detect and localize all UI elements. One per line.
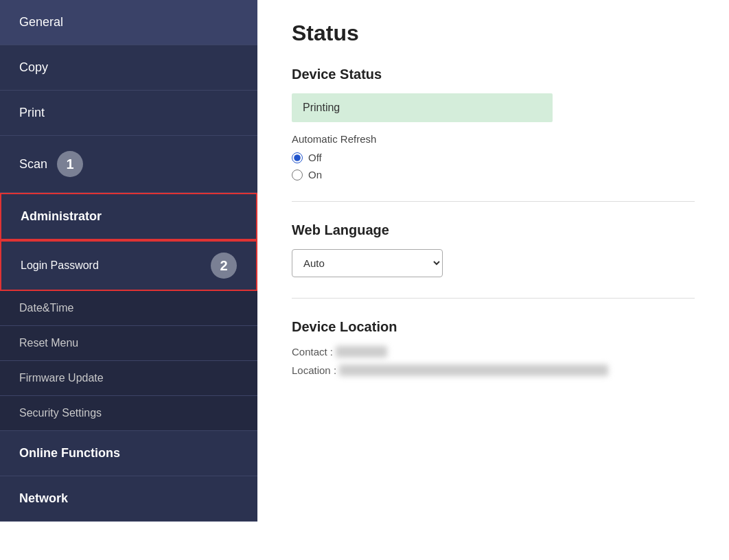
submenu-date-time-label: Date&Time [19, 302, 73, 314]
contact-value [336, 346, 387, 358]
sidebar-item-print[interactable]: Print [0, 91, 257, 136]
sidebar-item-scan-label: Scan [19, 157, 47, 172]
location-label: Location : [292, 364, 336, 376]
login-password-badge: 2 [211, 253, 237, 279]
submenu-date-time[interactable]: Date&Time [0, 291, 257, 326]
location-row: Location : [292, 364, 695, 376]
device-location-section: Device Location Contact : Location : [292, 319, 695, 404]
refresh-off-radio[interactable] [292, 152, 303, 163]
refresh-off-option[interactable]: Off [292, 152, 695, 163]
location-value [339, 364, 608, 376]
sidebar-item-online-functions[interactable]: Online Functions [0, 431, 257, 476]
sidebar: General Copy Print Scan 1 Administrator … [0, 0, 257, 560]
sidebar-item-general-label: General [19, 15, 63, 29]
web-language-select[interactable]: Auto English French German Spanish [292, 249, 443, 277]
sidebar-item-online-functions-label: Online Functions [19, 446, 120, 460]
sidebar-item-general[interactable]: General [0, 0, 257, 45]
sidebar-item-copy[interactable]: Copy [0, 45, 257, 91]
automatic-refresh-label: Automatic Refresh [292, 133, 695, 145]
automatic-refresh-group: Off On [292, 152, 695, 180]
sidebar-item-copy-label: Copy [19, 60, 48, 74]
sidebar-nav: General Copy Print Scan 1 Administrator … [0, 0, 257, 522]
sidebar-item-network[interactable]: Network [0, 476, 257, 522]
refresh-off-label: Off [308, 152, 322, 163]
device-status-bar: Printing [292, 93, 553, 122]
device-status-title: Device Status [292, 67, 695, 82]
administrator-submenu: Login Password 2 Date&Time Reset Menu Fi… [0, 240, 257, 431]
submenu-reset-menu-label: Reset Menu [19, 337, 78, 349]
submenu-firmware-update-label: Firmware Update [19, 372, 104, 384]
contact-label: Contact : [292, 346, 333, 358]
sidebar-item-scan[interactable]: Scan 1 [0, 136, 257, 193]
submenu-firmware-update[interactable]: Firmware Update [0, 361, 257, 396]
device-location-title: Device Location [292, 319, 695, 335]
submenu-security-settings[interactable]: Security Settings [0, 396, 257, 431]
web-language-section: Web Language Auto English French German … [292, 222, 695, 299]
sidebar-item-administrator-label: Administrator [21, 209, 102, 224]
sidebar-item-network-label: Network [19, 491, 68, 505]
submenu-login-password-label: Login Password [21, 259, 99, 272]
page-title: Status [292, 21, 695, 46]
refresh-on-option[interactable]: On [292, 169, 695, 180]
web-language-title: Web Language [292, 222, 695, 238]
sidebar-item-print-label: Print [19, 106, 45, 119]
main-content: Status Device Status Printing Automatic … [257, 0, 729, 560]
contact-row: Contact : [292, 346, 695, 358]
submenu-reset-menu[interactable]: Reset Menu [0, 326, 257, 361]
device-status-section: Device Status Printing Automatic Refresh… [292, 67, 695, 202]
submenu-security-settings-label: Security Settings [19, 407, 102, 419]
refresh-on-radio[interactable] [292, 170, 303, 180]
refresh-on-label: On [308, 169, 322, 180]
scan-badge: 1 [57, 151, 83, 177]
sidebar-item-administrator[interactable]: Administrator [0, 193, 257, 240]
submenu-login-password[interactable]: Login Password 2 [0, 240, 257, 291]
